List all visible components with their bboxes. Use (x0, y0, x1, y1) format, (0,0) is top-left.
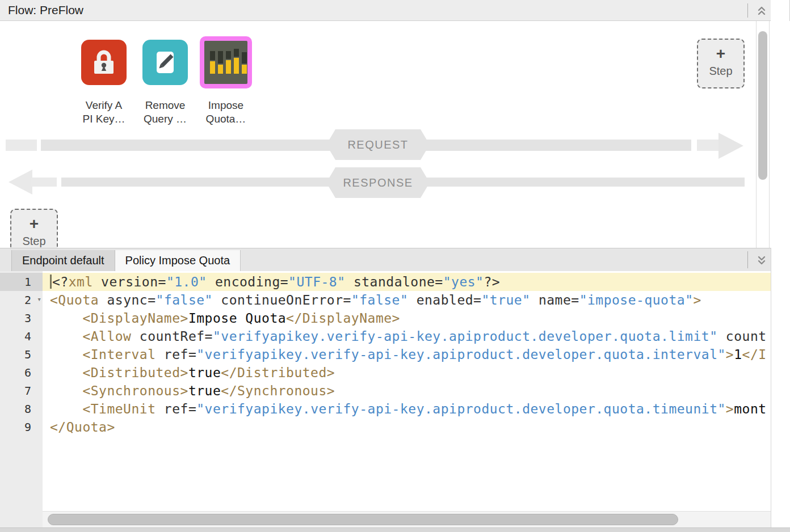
code-text[interactable]: <DisplayName>Impose Quota</DisplayName> (43, 309, 771, 327)
code-line[interactable]: 5 <Interval ref="verifyapikey.verify-api… (0, 345, 771, 364)
code-text[interactable]: <Allow countRef="verifyapikey.verify-api… (43, 327, 771, 345)
line-number: 9 (0, 418, 43, 436)
code-text[interactable]: <?xml version="1.0" encoding="UTF-8" sta… (43, 273, 771, 291)
line-number: 8 (0, 400, 43, 418)
add-step-button-response[interactable]: + Step (10, 209, 58, 248)
tabbar-divider (747, 251, 748, 268)
policy-verify-api-key[interactable] (81, 40, 127, 85)
policy-impose-quota[interactable] (204, 41, 247, 84)
code-line[interactable]: 4 <Allow countRef="verifyapikey.verify-a… (0, 327, 771, 345)
line-number: 2▾ (0, 291, 43, 309)
flow-editor-window: Flow: PreFlow (0, 0, 790, 532)
chevrons-up-icon (757, 5, 767, 16)
line-number: 1 (0, 273, 43, 291)
window-bottom-edge (0, 527, 790, 532)
plus-icon: + (698, 45, 743, 62)
line-number: 3 (0, 309, 43, 327)
code-line[interactable]: 6 <Distributed>true</Distributed> (0, 364, 771, 382)
text-caret (50, 275, 52, 289)
response-arrow-tail (31, 178, 57, 187)
policy-label-remove-query: RemoveQuery … (131, 99, 199, 126)
line-number: 4 (0, 327, 43, 345)
request-arrow-icon (718, 133, 743, 159)
editor-right-gutter (771, 248, 790, 527)
response-banner: RESPONSE (326, 167, 430, 198)
code-line[interactable]: 8 <TimeUnit ref="verifyapikey.verify-api… (0, 400, 771, 418)
request-arrow-tail (697, 140, 720, 151)
flow-title-bar: Flow: PreFlow (0, 0, 771, 21)
code-area[interactable]: 1<?xml version="1.0" encoding="UTF-8" st… (0, 273, 771, 436)
request-banner: REQUEST (326, 129, 430, 160)
code-line[interactable]: 1<?xml version="1.0" encoding="UTF-8" st… (0, 273, 771, 291)
collapse-flow-panel-button[interactable] (753, 2, 770, 19)
code-line[interactable]: 3 <DisplayName>Impose Quota</DisplayName… (0, 309, 771, 327)
tab-endpoint-default[interactable]: Endpoint default (11, 250, 115, 271)
policy-label-verify-api-key: Verify API Key… (70, 99, 138, 126)
collapse-editor-panel-button[interactable] (753, 252, 770, 269)
response-arrow-icon (9, 170, 32, 195)
flow-title: Flow: PreFlow (8, 0, 83, 20)
line-number: 5 (0, 345, 43, 364)
editor-tab-bar: Endpoint default Policy Impose Quota (0, 248, 771, 271)
add-step-button-request[interactable]: + Step (697, 39, 745, 88)
flow-canvas: Verify API Key… RemoveQuery … ImposeQuot… (0, 21, 790, 248)
flow-vertical-scrollbar-thumb[interactable] (758, 31, 767, 180)
policy-remove-query[interactable] (142, 40, 188, 85)
tab-policy-impose-quota[interactable]: Policy Impose Quota (115, 250, 241, 271)
lock-icon (90, 49, 117, 76)
chevrons-down-icon (757, 255, 767, 266)
editor-horizontal-scrollbar-thumb[interactable] (48, 514, 678, 525)
code-text[interactable]: <TimeUnit ref="verifyapikey.verify-api-k… (43, 400, 771, 418)
flow-vertical-scrollbar (756, 21, 770, 248)
editor-horizontal-scrollbar (43, 511, 771, 527)
code-line[interactable]: 9</Quota> (0, 418, 771, 436)
line-number: 6 (0, 364, 43, 382)
code-line[interactable]: 2▾<Quota async="false" continueOnError="… (0, 291, 771, 309)
policy-label-impose-quota: ImposeQuota… (192, 99, 260, 126)
fold-arrow-icon[interactable]: ▾ (37, 290, 41, 309)
code-line[interactable]: 7 <Synchronous>true</Synchronous> (0, 382, 771, 400)
policy-impose-quota-selection (200, 36, 252, 88)
code-text[interactable]: <Distributed>true</Distributed> (43, 364, 771, 382)
line-number: 7 (0, 382, 43, 400)
titlebar-divider (747, 3, 748, 18)
plus-icon: + (11, 216, 57, 233)
request-flow-segment (6, 140, 37, 151)
pencil-icon (152, 49, 179, 76)
code-text[interactable]: <Interval ref="verifyapikey.verify-api-k… (43, 345, 771, 364)
code-text[interactable]: <Synchronous>true</Synchronous> (43, 382, 771, 400)
xml-code-editor[interactable]: 1<?xml version="1.0" encoding="UTF-8" st… (0, 271, 790, 527)
code-text[interactable]: </Quota> (43, 418, 771, 436)
code-text[interactable]: <Quota async="false" continueOnError="fa… (43, 291, 771, 309)
